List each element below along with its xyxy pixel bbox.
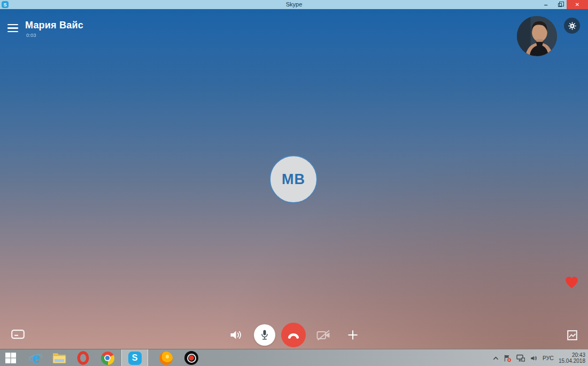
contact-name: Мария Вайс (25, 20, 83, 31)
image-background-icon (567, 330, 577, 340)
restore-icon (558, 3, 562, 7)
chevron-up-icon[interactable] (493, 356, 499, 361)
taskbar-item-skype-active[interactable]: S (121, 349, 148, 366)
internet-explorer-icon: e (29, 351, 43, 365)
avatar[interactable] (517, 16, 557, 56)
windows-taskbar: e S (0, 349, 588, 366)
opera-icon (76, 351, 90, 365)
hamburger-menu-button[interactable] (7, 24, 18, 32)
close-button[interactable]: ✕ (567, 0, 588, 9)
taskbar-item-file-explorer[interactable] (49, 349, 69, 366)
gear-icon (568, 22, 576, 30)
video-off-button[interactable] (316, 329, 331, 341)
window-title: Skype (0, 0, 588, 9)
firefox-icon (159, 352, 173, 365)
flag-alert-icon[interactable] (504, 354, 512, 362)
call-settings-button[interactable] (564, 18, 580, 34)
contact-monogram-circle: МВ (269, 155, 318, 203)
minimize-button[interactable]: – (539, 0, 553, 9)
image-background-button[interactable] (567, 330, 577, 340)
skype-letter: S (132, 353, 138, 363)
clock-date: 15.04.2018 (559, 358, 585, 364)
volume-icon[interactable] (530, 355, 538, 362)
hamburger-icon (7, 24, 18, 25)
chat-keyboard-icon (11, 330, 25, 339)
microphone-icon (259, 329, 270, 341)
language-indicator[interactable]: РУС (543, 355, 554, 361)
microphone-button[interactable] (254, 324, 275, 346)
taskbar-item-internet-explorer[interactable]: e (26, 349, 46, 366)
speaker-button[interactable] (228, 328, 243, 342)
contact-monogram: МВ (282, 171, 305, 188)
clock[interactable]: 20:43 15.04.2018 (559, 352, 585, 364)
window-titlebar: S Skype – ✕ (0, 0, 588, 9)
plus-icon (347, 329, 359, 341)
system-tray: РУС 20:43 15.04.2018 (493, 349, 585, 366)
video-off-icon (316, 330, 331, 341)
screen-recorder-icon (184, 351, 198, 365)
skype-call-window: S Skype – ✕ Мария Вайс 0:03 (0, 0, 588, 366)
file-explorer-icon (52, 352, 66, 364)
end-call-button[interactable] (281, 323, 306, 347)
heart-reaction-icon (564, 276, 579, 289)
call-timer: 0:03 (26, 32, 36, 38)
close-icon: ✕ (575, 2, 579, 7)
add-options-button[interactable] (346, 329, 359, 341)
taskbar-item-firefox[interactable] (155, 349, 176, 366)
speaker-icon (229, 329, 243, 341)
chrome-icon (101, 352, 114, 365)
skype-taskbar-icon: S (128, 352, 142, 365)
windows-logo-icon (5, 353, 16, 363)
network-icon[interactable] (516, 354, 525, 362)
clock-time: 20:43 (559, 352, 585, 359)
minimize-icon: – (544, 1, 548, 9)
taskbar-item-chrome[interactable] (97, 349, 118, 366)
avatar-photo (517, 16, 557, 56)
taskbar-item-opera[interactable] (73, 349, 93, 366)
start-button[interactable] (0, 349, 21, 366)
chat-keyboard-button[interactable] (11, 329, 25, 340)
end-call-icon (287, 330, 300, 340)
restore-button[interactable] (553, 0, 566, 9)
taskbar-item-screen-recorder[interactable] (180, 349, 203, 366)
